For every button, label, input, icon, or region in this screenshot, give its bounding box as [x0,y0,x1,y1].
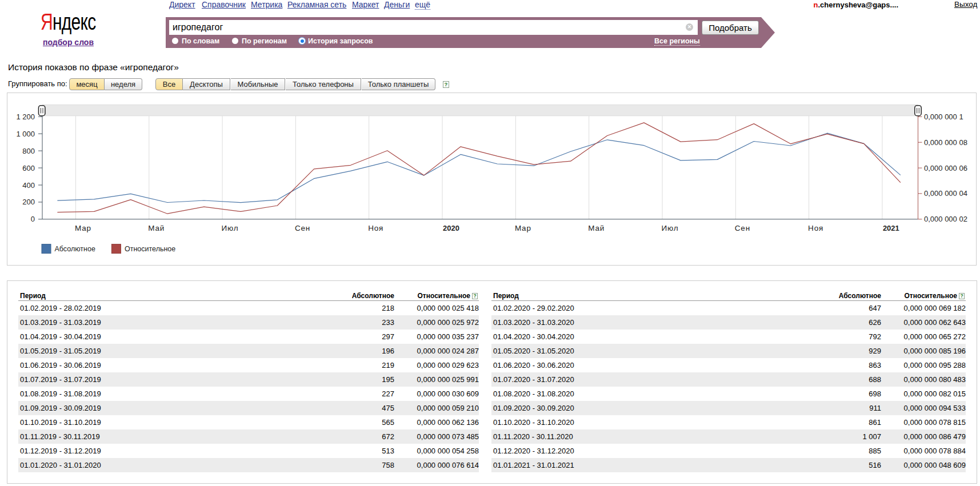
svg-text:Абсолютное: Абсолютное [55,245,95,253]
svg-text:Июл: Июл [222,224,239,232]
svg-text:2020: 2020 [443,224,459,232]
svg-text:Мар: Мар [515,224,531,232]
svg-text:0,000 000 02: 0,000 000 02 [924,215,967,223]
svg-text:600: 600 [22,164,35,172]
svg-text:Май: Май [588,224,605,232]
svg-text:Сен: Сен [735,224,750,232]
svg-text:Май: Май [148,224,165,232]
svg-text:0: 0 [31,215,35,223]
svg-text:2021: 2021 [883,224,899,232]
svg-text:Ноя: Ноя [808,224,823,232]
svg-text:Сен: Сен [295,224,310,232]
svg-text:1 200: 1 200 [16,113,35,121]
svg-text:1 000: 1 000 [16,130,35,138]
svg-text:Мар: Мар [75,224,91,232]
svg-text:0,000 000 06: 0,000 000 06 [924,164,967,172]
svg-text:800: 800 [22,147,35,155]
svg-text:0,000 000 04: 0,000 000 04 [924,189,967,198]
svg-text:0,000 000 1: 0,000 000 1 [924,113,963,121]
svg-text:0,000 000 08: 0,000 000 08 [924,138,967,147]
svg-text:Относительное: Относительное [125,245,175,253]
svg-text:Ноя: Ноя [368,224,383,232]
svg-text:400: 400 [22,181,35,190]
svg-text:200: 200 [22,198,35,206]
svg-text:Июл: Июл [662,224,679,232]
